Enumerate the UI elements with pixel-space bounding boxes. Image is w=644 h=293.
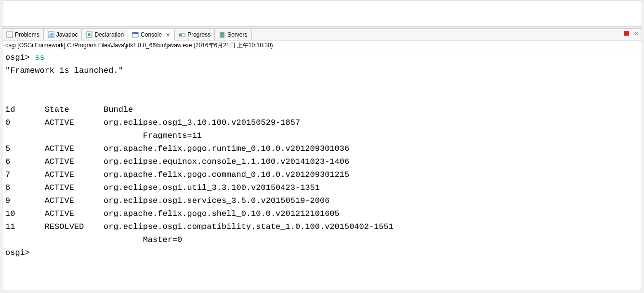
tab-label: Javadoc — [56, 31, 78, 38]
tab-label: Console — [141, 31, 162, 38]
row-bundle: org.eclipse.osgi.util_3.3.100.v20150423-… — [104, 183, 320, 192]
row-bundle: org.apache.felix.gogo.runtime_0.10.0.v20… — [104, 144, 349, 153]
row-id: 11 — [5, 222, 15, 231]
tab-label: Declaration — [94, 31, 124, 38]
terminate-icon[interactable] — [623, 30, 630, 37]
svg-rect-10 — [220, 32, 224, 34]
javadoc-icon: @ — [48, 31, 54, 38]
row-state: ACTIVE — [45, 157, 74, 166]
status-line: "Framework is launched." — [5, 66, 123, 75]
row-state: ACTIVE — [45, 209, 74, 218]
tab-console[interactable]: Console ✕ — [128, 29, 175, 40]
tab-declaration[interactable]: Declaration — [82, 29, 128, 40]
row-bundle: org.eclipse.osgi.compatibility.state_1.0… — [104, 222, 394, 231]
row-bundle: org.apache.felix.gogo.command_0.10.0.v20… — [104, 170, 349, 179]
row-state: ACTIVE — [45, 196, 74, 205]
close-icon[interactable]: ✕ — [165, 32, 171, 38]
row-bundle: org.eclipse.osgi.services_3.5.0.v2015051… — [104, 196, 329, 205]
tab-label: Problems — [15, 31, 39, 38]
row-id: 5 — [5, 144, 10, 153]
row-state: ACTIVE — [45, 118, 74, 127]
svg-rect-7 — [132, 32, 138, 34]
row-state: ACTIVE — [45, 183, 74, 192]
osgi-command: ss — [35, 53, 44, 62]
remove-all-icon[interactable]: ✕ — [633, 30, 640, 37]
tab-label: Progress — [187, 31, 210, 38]
view-toolbar: ✕ — [623, 30, 640, 37]
view-tabbar: ! Problems @ Javadoc Declaration Console… — [2, 29, 642, 40]
col-bundle: Bundle — [104, 105, 133, 114]
console-icon — [132, 31, 139, 38]
row-bundle: org.eclipse.equinox.console_1.1.100.v201… — [104, 157, 349, 166]
row-state: ACTIVE — [45, 170, 74, 179]
svg-text:@: @ — [49, 33, 53, 38]
tab-progress[interactable]: Progress — [175, 29, 215, 40]
row-extra: Fragments=11 — [143, 131, 202, 140]
tab-servers[interactable]: Servers — [215, 29, 251, 40]
row-id: 7 — [5, 170, 10, 179]
declaration-icon — [86, 31, 92, 38]
col-id: id — [5, 105, 15, 114]
problems-icon: ! — [6, 31, 13, 38]
servers-icon — [219, 31, 225, 38]
row-bundle: org.eclipse.osgi_3.10.100.v20150529-1857 — [104, 118, 300, 127]
osgi-prompt: osgi> — [5, 248, 30, 257]
svg-rect-0 — [7, 32, 13, 38]
svg-rect-13 — [624, 31, 629, 36]
tab-problems[interactable]: ! Problems — [2, 29, 44, 40]
console-process-label: osgi [OSGi Framework] C:\Program Files\J… — [2, 40, 642, 49]
row-state: ACTIVE — [45, 144, 74, 153]
osgi-prompt: osgi> — [5, 53, 30, 62]
svg-rect-9 — [179, 34, 182, 36]
row-bundle: org.apache.felix.gogo.shell_0.10.0.v2012… — [104, 209, 340, 218]
svg-text:!: ! — [8, 32, 10, 38]
progress-icon — [179, 31, 185, 38]
row-id: 9 — [5, 196, 10, 205]
svg-point-5 — [88, 33, 91, 36]
row-id: 10 — [5, 209, 15, 218]
upper-editor-pane — [2, 0, 642, 27]
console-output[interactable]: osgi> ss "Framework is launched." id Sta… — [2, 49, 642, 291]
row-id: 8 — [5, 183, 10, 192]
row-id: 6 — [5, 157, 10, 166]
bottom-panel: ! Problems @ Javadoc Declaration Console… — [2, 28, 642, 291]
row-state: RESOLVED — [45, 222, 84, 231]
row-extra: Master=0 — [143, 235, 183, 244]
tab-javadoc[interactable]: @ Javadoc — [44, 29, 82, 40]
col-state: State — [45, 105, 69, 114]
row-id: 0 — [5, 118, 10, 127]
tab-label: Servers — [227, 31, 247, 38]
svg-rect-12 — [220, 36, 224, 38]
svg-rect-11 — [220, 34, 224, 36]
